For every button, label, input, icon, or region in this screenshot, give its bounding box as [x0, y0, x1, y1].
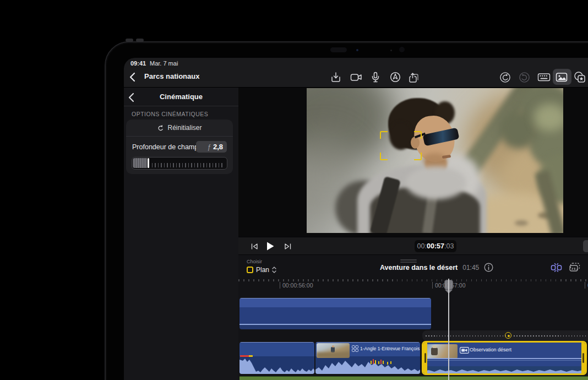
front-camera-glint [356, 49, 358, 51]
clip-label: Observation désert [470, 347, 511, 352]
volume-down-button [136, 39, 144, 42]
status-time: 09:41 [130, 60, 146, 67]
focus-bracket-corner [414, 131, 422, 139]
clip-thumbnail [317, 343, 350, 358]
aperture-value: 2,8 [213, 143, 223, 151]
focus-bracket-corner [414, 153, 422, 160]
keyframe-dot-center [508, 335, 510, 337]
import-icon[interactable] [329, 70, 343, 84]
redo-icon[interactable] [517, 70, 531, 84]
plan-swatch-icon [247, 267, 253, 273]
aperture-value-field[interactable]: ƒ 2,8 [196, 141, 227, 153]
storyline-clip[interactable] [239, 342, 314, 374]
music-clip-bar[interactable] [239, 376, 588, 380]
clip-thumbnail [426, 344, 458, 359]
ruler-tick-label: 00:00:56:00 [280, 282, 313, 289]
thumb-hat [432, 345, 437, 348]
audio-waveform [315, 357, 420, 374]
audio-waveform [239, 356, 314, 374]
thumb-figure [431, 348, 438, 355]
clip-connections-icon[interactable] [549, 260, 563, 274]
share-icon[interactable] [407, 70, 422, 84]
keyboard-icon[interactable] [537, 70, 551, 84]
next-frame-icon[interactable] [282, 242, 293, 251]
trim-handle-right[interactable] [581, 343, 585, 373]
hood-collar [406, 166, 466, 199]
select-chevrons-icon [272, 266, 276, 274]
media-browser-icon[interactable] [554, 70, 569, 84]
clip-picker-caption: Choisir [247, 259, 262, 264]
timecode-frames: :03 [444, 242, 454, 250]
aperture-symbol: ƒ [207, 143, 211, 151]
previous-frame-icon[interactable] [249, 242, 260, 251]
front-camera [399, 47, 405, 52]
cinematic-badge-icon [460, 347, 469, 354]
thumb-figure [331, 347, 335, 352]
timecode-hours: 00: [417, 242, 427, 250]
joshua-tree-cluster [499, 110, 538, 149]
cinematic-options-header: OPTIONS CINÉMATIQUES [132, 111, 208, 117]
cinematic-inspector-panel: Cinématique OPTIONS CINÉMATIQUES Réiniti… [124, 88, 238, 380]
project-title: Aventure dans le désert [380, 264, 458, 272]
ruler-tick-label: 00:00:58:00 [585, 282, 588, 289]
clip-type-picker[interactable]: Plan [247, 266, 276, 274]
viewer-area [238, 88, 588, 237]
clip-label: 1-Angle 1-Entrevue François [360, 346, 420, 351]
slider-fill [133, 158, 147, 168]
back-chevron-icon[interactable] [129, 72, 139, 83]
depth-of-field-slider[interactable] [132, 157, 227, 170]
playhead-line[interactable] [448, 279, 449, 380]
reset-label: Réinitialiser [167, 124, 202, 132]
keyframe-lane[interactable] [422, 330, 588, 341]
cinematic-options-card: Réinitialiser Profondeur de champ ƒ 2,8 [126, 120, 233, 174]
shrub [515, 220, 528, 226]
undo-icon[interactable] [498, 70, 512, 84]
thumb-figure-head [332, 345, 334, 348]
volume-up-button [126, 39, 133, 42]
ipad-screenshot: 09:41 Mar. 7 mai Parcs nationaux [0, 0, 588, 380]
microphone-icon[interactable] [368, 70, 383, 84]
ambient-sensor [390, 50, 392, 51]
panel-title: Cinématique [124, 93, 238, 101]
status-date: Mar. 7 mai [150, 60, 178, 67]
record-camera-icon[interactable] [349, 70, 363, 84]
effects-library-icon[interactable] [573, 70, 587, 84]
project-info: Aventure dans le désert 01:45 [380, 263, 493, 272]
app-screen: 09:41 Mar. 7 mai Parcs nationaux [124, 58, 588, 380]
depth-of-field-label: Profondeur de champ [132, 143, 198, 151]
focus-bracket-corner [380, 131, 388, 139]
clip-picker-value: Plan [256, 266, 269, 274]
titles-icon[interactable] [388, 70, 402, 84]
reset-icon [157, 124, 164, 132]
transport-bar: 00:00:57:03 [238, 237, 588, 254]
slider-ticks [152, 163, 225, 167]
card-divider [126, 136, 233, 137]
multicam-clip[interactable]: 1-Angle 1-Entrevue François [315, 342, 420, 374]
joshua-tree-highlight [533, 104, 563, 131]
top-toolbar: 09:41 Mar. 7 mai Parcs nationaux [124, 58, 588, 87]
timeline-area: Choisir Plan Aventure dans le désert 01:… [238, 254, 588, 380]
loudness-peaks [371, 359, 391, 365]
jog-wheel-icon[interactable] [568, 260, 581, 274]
project-duration: 01:45 [462, 264, 479, 272]
selected-clip[interactable]: Observation désert [422, 341, 587, 375]
multicam-icon [352, 345, 358, 352]
front-sensor [330, 47, 347, 52]
viewer-video[interactable] [307, 88, 563, 233]
viewer-options-button-partial[interactable] [583, 240, 588, 252]
info-icon[interactable] [484, 263, 493, 272]
play-icon[interactable] [265, 242, 276, 251]
project-nav-title: Parcs nationaux [144, 72, 199, 80]
trim-slot [582, 353, 584, 363]
timecode-display[interactable]: 00:00:57:03 [415, 240, 456, 252]
trim-handle-left[interactable] [423, 343, 427, 373]
timeline-ruler[interactable] [238, 279, 588, 281]
timecode-main: 00:57 [427, 242, 444, 250]
reset-button[interactable]: Réinitialiser [126, 120, 233, 136]
connected-clip[interactable] [239, 298, 431, 329]
panel-divider [124, 106, 238, 106]
slider-handle[interactable] [148, 158, 149, 168]
focus-brackets [380, 131, 422, 160]
focus-bracket-corner [380, 153, 388, 160]
trim-slot [424, 353, 426, 363]
